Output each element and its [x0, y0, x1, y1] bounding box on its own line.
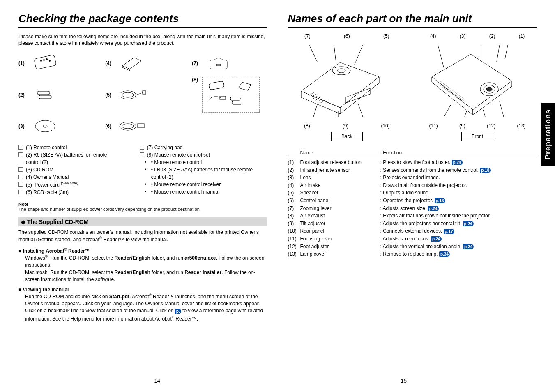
row-func: : Press to stow the foot adjuster. p.24: [380, 159, 537, 166]
right-page: Names of each part on the main unit (7) …: [288, 12, 537, 323]
row-name: Focusing lever: [300, 235, 380, 243]
row-num: (13): [288, 250, 300, 258]
row-func: : Adjusts screen size. p.24: [380, 205, 537, 212]
svg-point-2: [43, 59, 45, 61]
page-ref-icon: p.18: [480, 168, 491, 173]
item-4: (4): [105, 53, 180, 74]
svg-line-25: [334, 45, 336, 62]
item-num: (8): [192, 77, 198, 83]
row-func: : Outputs audio sound.: [380, 189, 537, 197]
page-ref-icon: p.24: [431, 236, 442, 242]
table-row: (4)Air intake: Draws in air from outside…: [288, 182, 537, 189]
svg-line-35: [358, 103, 363, 117]
page-ref-icon: p.24: [463, 244, 474, 249]
callout: (9): [459, 123, 465, 129]
callout: (12): [487, 123, 495, 129]
row-name: Control panel: [300, 197, 380, 205]
item-7: (7): [192, 53, 267, 74]
svg-rect-23: [138, 124, 144, 128]
svg-line-33: [313, 104, 318, 117]
row-func: : Projects expanded image.: [380, 174, 537, 182]
front-top-callouts: (4) (3) (2) (1): [418, 33, 537, 39]
callout: (4): [430, 33, 436, 39]
cdrom-section-head: The Supplied CD-ROM: [18, 217, 267, 226]
page-spread: Checking the package contents Please mak…: [18, 12, 537, 323]
row-name: Infrared remote sensor: [300, 166, 380, 174]
projector-back-icon: [288, 40, 393, 122]
manual-icon: [115, 53, 148, 74]
svg-rect-14: [209, 81, 224, 90]
table-row: (5)Speaker: Outputs audio sound.: [288, 189, 537, 197]
row-num: (9): [288, 220, 300, 228]
check-item: (2) R6 (SIZE AA) batteries for remote co…: [18, 151, 123, 166]
table-row: (7)Zooming lever: Adjusts screen size. p…: [288, 205, 537, 212]
row-func: : Adjusts screen focus. p.24: [380, 235, 537, 243]
callout: (6): [344, 33, 350, 39]
check-item: (8) Mouse remote control set: [140, 151, 267, 159]
row-name: Speaker: [300, 189, 380, 197]
svg-line-47: [465, 111, 467, 117]
table-row: (13)Lamp cover: Remove to replace lamp. …: [288, 250, 537, 258]
back-top-callouts: (7) (6) (5): [288, 33, 406, 39]
front-diagram: (4) (3) (2) (1): [418, 33, 537, 144]
row-func: : Adjusts the projector's horizontal til…: [380, 220, 537, 228]
table-row: (2)Infrared remote sensor: Senses comman…: [288, 166, 537, 174]
row-name: Lamp cover: [300, 250, 380, 258]
svg-point-20: [43, 125, 47, 127]
row-func: : Remove to replace lamp. p.34: [380, 250, 537, 258]
table-row: (8)Air exhaust: Expels air that has grow…: [288, 212, 537, 220]
row-func: : Operates the projector. p.16: [380, 197, 537, 205]
table-row: (1)Foot adjuster release button: Press t…: [288, 159, 537, 166]
row-func: : Draws in air from outside the projecto…: [380, 182, 537, 189]
svg-marker-5: [122, 58, 141, 69]
remote-control-icon: [29, 53, 62, 74]
row-name: Foot adjuster: [300, 243, 380, 251]
svg-point-22: [122, 124, 134, 129]
svg-marker-18: [239, 82, 251, 90]
svg-rect-9: [37, 91, 50, 95]
table-row: (11)Focusing lever: Adjusts screen focus…: [288, 235, 537, 243]
item-num: (5): [105, 92, 111, 98]
svg-point-3: [46, 58, 48, 60]
table-row: (9)Tilt adjuster: Adjusts the projector'…: [288, 220, 537, 228]
check-item: (3) CD-ROM: [18, 166, 123, 173]
row-num: (3): [288, 174, 300, 182]
page-ref-icon: p.34: [439, 251, 450, 257]
row-name: Rear panel: [300, 227, 380, 235]
row-name: Zooming lever: [300, 205, 380, 212]
callout: (3): [460, 33, 466, 39]
table-row: (6)Control panel: Operates the projector…: [288, 197, 537, 205]
row-num: (7): [288, 205, 300, 212]
page-ref-icon: p.24: [428, 206, 439, 211]
back-diagram: (7) (6) (5): [288, 33, 406, 144]
install-head: Installing Acrobat® Reader™: [18, 247, 267, 254]
svg-rect-10: [39, 95, 51, 99]
view-text: Run the CD-ROM and double-click on Start…: [25, 293, 267, 323]
bag-icon: [202, 53, 235, 74]
cdrom-text: The supplied CD-ROM contains an owner's …: [18, 229, 267, 243]
item-num: (2): [18, 92, 25, 98]
page-ref-icon: p.16: [435, 198, 445, 203]
item-2: (2): [18, 77, 94, 113]
svg-marker-40: [432, 54, 512, 110]
item-5: (5): [105, 77, 180, 113]
row-num: (5): [288, 189, 300, 197]
check-item: (4) Owner's Manual: [18, 173, 123, 181]
svg-point-4: [49, 60, 51, 62]
power-cord-icon: [115, 85, 148, 105]
parts-table-header: Name : Function: [288, 150, 537, 157]
batteries-icon: [29, 85, 62, 105]
left-page: Checking the package contents Please mak…: [18, 12, 267, 323]
check-item: (5) Power cord (See note): [18, 181, 123, 189]
parts-rows: (1)Foot adjuster release button: Press t…: [288, 159, 537, 258]
page-number-left: 14: [154, 378, 160, 384]
row-num: (12): [288, 243, 300, 251]
checklist-col1: (1) Remote control (2) R6 (SIZE AA) batt…: [18, 144, 123, 196]
parts-table: Name : Function (1)Foot adjuster release…: [288, 150, 537, 258]
row-name: Foot adjuster release button: [300, 159, 380, 166]
svg-line-24: [309, 45, 318, 62]
table-row: (12)Foot adjuster: Adjusts the vertical …: [288, 243, 537, 251]
table-row: (10)Rear panel: Connects external device…: [288, 227, 537, 235]
svg-rect-8: [216, 64, 221, 66]
checklist-col2: (7) Carrying bag (8) Mouse remote contro…: [140, 144, 267, 196]
